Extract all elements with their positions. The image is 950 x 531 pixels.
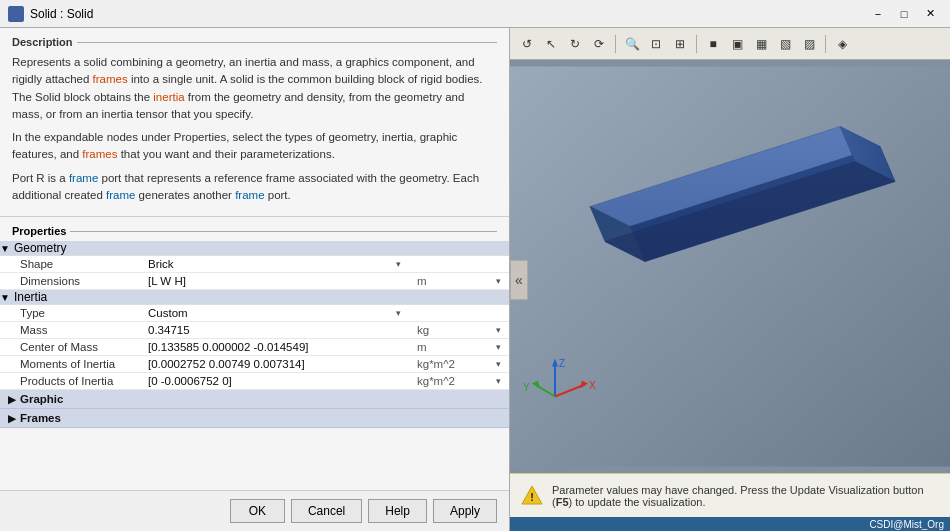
description-para1: Represents a solid combining a geometry,… bbox=[12, 54, 497, 123]
dimensions-unit[interactable]: m ▾ bbox=[409, 273, 509, 290]
dimensions-unit-dropdown-icon[interactable]: ▾ bbox=[496, 276, 501, 286]
type-label: Type bbox=[0, 305, 140, 322]
moments-value[interactable]: [0.0002752 0.00749 0.007314] bbox=[140, 356, 409, 373]
cancel-button[interactable]: Cancel bbox=[291, 499, 362, 523]
texture-button[interactable]: ▧ bbox=[774, 33, 796, 55]
properties-table: ▼ Geometry Shape Brick ▾ bbox=[0, 241, 509, 428]
geometry-group-header[interactable]: ▼ Geometry bbox=[0, 241, 509, 256]
svg-text:Y: Y bbox=[523, 382, 530, 393]
properties-label: Properties bbox=[0, 221, 509, 241]
collapse-panel-button[interactable]: « bbox=[510, 260, 528, 300]
redo-button[interactable]: ↻ bbox=[564, 33, 586, 55]
warning-icon: ! bbox=[520, 484, 544, 508]
home-button[interactable]: ↖ bbox=[540, 33, 562, 55]
settings-button[interactable]: ◈ bbox=[831, 33, 853, 55]
close-button[interactable]: ✕ bbox=[918, 4, 942, 24]
com-unit-dropdown-icon[interactable]: ▾ bbox=[496, 342, 501, 352]
svg-rect-0 bbox=[510, 67, 950, 467]
render-button[interactable]: ▨ bbox=[798, 33, 820, 55]
warning-bar: ! Parameter values may have changed. Pre… bbox=[510, 473, 950, 517]
type-unit bbox=[409, 305, 509, 322]
description-para2: In the expandable nodes under Properties… bbox=[12, 129, 497, 164]
zoom-button[interactable]: 🔍 bbox=[621, 33, 643, 55]
products-label: Products of Inertia bbox=[0, 373, 140, 390]
undo-button[interactable]: ↺ bbox=[516, 33, 538, 55]
com-value[interactable]: [0.133585 0.000002 -0.014549] bbox=[140, 339, 409, 356]
table-row: Dimensions [L W H] m ▾ bbox=[0, 273, 509, 290]
moments-unit-dropdown-icon[interactable]: ▾ bbox=[496, 359, 501, 369]
window-title: Solid : Solid bbox=[30, 7, 866, 21]
geometry-toggle-icon: ▼ bbox=[0, 243, 10, 254]
mass-unit-dropdown-icon[interactable]: ▾ bbox=[496, 325, 501, 335]
solid-view-button[interactable]: ■ bbox=[702, 33, 724, 55]
geometry-group-label: Geometry bbox=[14, 241, 67, 255]
svg-text:!: ! bbox=[530, 491, 534, 503]
grid-button[interactable]: ⊞ bbox=[669, 33, 691, 55]
inertia-group-header[interactable]: ▼ Inertia bbox=[0, 290, 509, 305]
dimensions-label: Dimensions bbox=[0, 273, 140, 290]
title-bar: Solid : Solid − □ ✕ bbox=[0, 0, 950, 28]
toolbar-sep2 bbox=[696, 35, 697, 53]
svg-text:X: X bbox=[589, 380, 596, 391]
frames-group-header[interactable]: ▶ Frames bbox=[0, 409, 509, 428]
inertia-toggle-icon: ▼ bbox=[0, 292, 10, 303]
mass-unit[interactable]: kg ▾ bbox=[409, 322, 509, 339]
products-unit[interactable]: kg*m^2 ▾ bbox=[409, 373, 509, 390]
table-row: Products of Inertia [0 -0.0006752 0] kg*… bbox=[0, 373, 509, 390]
shaded-button[interactable]: ▦ bbox=[750, 33, 772, 55]
products-value[interactable]: [0 -0.0006752 0] bbox=[140, 373, 409, 390]
products-unit-dropdown-icon[interactable]: ▾ bbox=[496, 376, 501, 386]
shape-unit bbox=[409, 256, 509, 273]
apply-button[interactable]: Apply bbox=[433, 499, 497, 523]
wire-view-button[interactable]: ▣ bbox=[726, 33, 748, 55]
type-dropdown-icon[interactable]: ▾ bbox=[396, 308, 401, 318]
shape-label: Shape bbox=[0, 256, 140, 273]
mass-value[interactable]: 0.34715 bbox=[140, 322, 409, 339]
frames-toggle-icon: ▶ bbox=[8, 413, 16, 424]
moments-unit[interactable]: kg*m^2 ▾ bbox=[409, 356, 509, 373]
main-container: Description Represents a solid combining… bbox=[0, 28, 950, 531]
properties-section: Properties ▼ Geometry Shape Brick bbox=[0, 217, 509, 490]
moments-label: Moments of Inertia bbox=[0, 356, 140, 373]
viewport[interactable]: Z X Y bbox=[510, 60, 950, 473]
fit-button[interactable]: ⊡ bbox=[645, 33, 667, 55]
table-row: Moments of Inertia [0.0002752 0.00749 0.… bbox=[0, 356, 509, 373]
graphic-group-label: Graphic bbox=[20, 393, 63, 405]
mass-label: Mass bbox=[0, 322, 140, 339]
svg-text:Z: Z bbox=[559, 358, 565, 369]
description-section: Description Represents a solid combining… bbox=[0, 28, 509, 217]
app-icon bbox=[8, 6, 24, 22]
help-button[interactable]: Help bbox=[368, 499, 427, 523]
refresh-button[interactable]: ⟳ bbox=[588, 33, 610, 55]
window-controls: − □ ✕ bbox=[866, 4, 942, 24]
com-label: Center of Mass bbox=[0, 339, 140, 356]
3d-visualization: Z X Y bbox=[510, 60, 950, 473]
table-row: Mass 0.34715 kg ▾ bbox=[0, 322, 509, 339]
status-text: CSDI@Mist_Org bbox=[869, 519, 944, 530]
warning-message: Parameter values may have changed. Press… bbox=[552, 484, 940, 508]
dimensions-value[interactable]: [L W H] bbox=[140, 273, 409, 290]
status-bar: CSDI@Mist_Org bbox=[510, 517, 950, 531]
toolbar-sep3 bbox=[825, 35, 826, 53]
inertia-group-label: Inertia bbox=[14, 290, 47, 304]
ok-button[interactable]: OK bbox=[230, 499, 285, 523]
right-panel: ↺ ↖ ↻ ⟳ 🔍 ⊡ ⊞ ■ ▣ ▦ ▧ ▨ ◈ « bbox=[510, 28, 950, 531]
table-row: Type Custom ▾ bbox=[0, 305, 509, 322]
type-value[interactable]: Custom ▾ bbox=[140, 305, 409, 322]
minimize-button[interactable]: − bbox=[866, 4, 890, 24]
table-row: Shape Brick ▾ bbox=[0, 256, 509, 273]
bottom-buttons: OK Cancel Help Apply bbox=[0, 490, 509, 531]
left-panel: Description Represents a solid combining… bbox=[0, 28, 510, 531]
graphic-toggle-icon: ▶ bbox=[8, 394, 16, 405]
shape-value[interactable]: Brick ▾ bbox=[140, 256, 409, 273]
toolbar-sep1 bbox=[615, 35, 616, 53]
table-row: Center of Mass [0.133585 0.000002 -0.014… bbox=[0, 339, 509, 356]
frames-group-label: Frames bbox=[20, 412, 61, 424]
viz-toolbar: ↺ ↖ ↻ ⟳ 🔍 ⊡ ⊞ ■ ▣ ▦ ▧ ▨ ◈ bbox=[510, 28, 950, 60]
shape-dropdown-icon[interactable]: ▾ bbox=[396, 259, 401, 269]
graphic-group-header[interactable]: ▶ Graphic bbox=[0, 390, 509, 409]
description-label: Description bbox=[12, 36, 497, 48]
description-para3: Port R is a frame port that represents a… bbox=[12, 170, 497, 205]
com-unit[interactable]: m ▾ bbox=[409, 339, 509, 356]
maximize-button[interactable]: □ bbox=[892, 4, 916, 24]
